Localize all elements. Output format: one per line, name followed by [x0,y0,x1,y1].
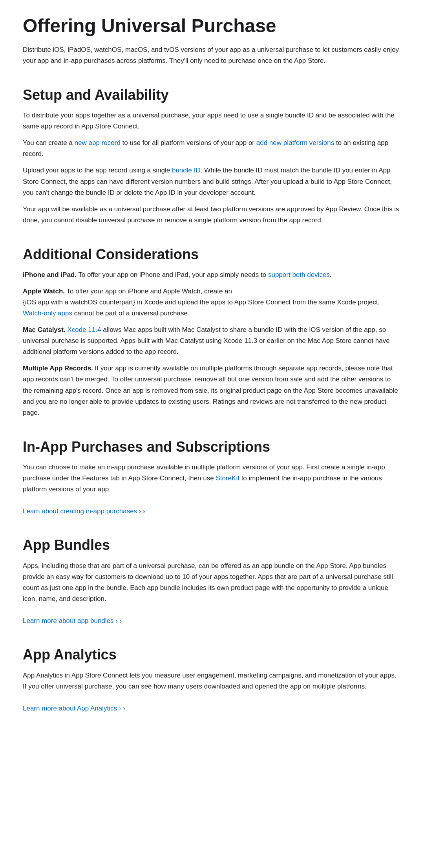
item-bold-label-1: Apple Watch. [23,288,65,295]
item-bold-label-2: Mac Catalyst. [23,326,66,333]
section-link-analytics[interactable]: Learn more about App Analytics › [23,703,125,714]
paragraph-setup-1: You can create a new app record to use f… [23,137,401,159]
section-title-setup: Setup and Availability [23,87,401,103]
paragraph-bundles-0: Apps, including those that are part of a… [23,560,401,604]
consideration-item-1: Apple Watch. To offer your app on iPhone… [23,286,401,319]
inline-link[interactable]: StoreKit [216,474,239,482]
section-title-bundles: App Bundles [23,537,401,553]
paragraph-inapp-0: You can choose to make an in-app purchas… [23,462,401,495]
section-title-additional: Additional Considerations [23,246,401,262]
sections-container: Setup and AvailabilityTo distribute your… [23,87,401,714]
paragraph-setup-0: To distribute your apps together as a un… [23,110,401,132]
inline-link[interactable]: new app record [75,139,121,146]
section-title-analytics: App Analytics [23,646,401,663]
paragraph-setup-2: Upload your apps to the app record using… [23,165,401,198]
inline-link[interactable]: support both devices [268,271,330,278]
inline-link[interactable]: add new platform versions [256,139,334,146]
inline-link[interactable]: bundle ID [172,167,201,174]
consideration-item-2: Mac Catalyst. Xcode 11.4 allows Mac apps… [23,324,401,357]
consideration-item-0: iPhone and iPad. To offer your app on iP… [23,269,401,280]
paragraph-setup-3: Your app will be available as a universa… [23,204,401,226]
item-bold-label-3: Multiple App Records. [23,364,93,372]
section-title-inapp: In-App Purchases and Subscriptions [23,439,401,455]
item-bold-label-0: iPhone and iPad. [23,271,77,278]
inline-link[interactable]: Xcode 11.4 [67,326,101,333]
section-link-bundles[interactable]: Learn more about app bundles › [23,615,122,626]
page-title: Offering Universal Purchase [23,16,401,37]
paragraph-analytics-0: App Analytics in App Store Connect lets … [23,670,401,692]
inline-link[interactable]: Watch-only apps [23,309,72,317]
consideration-item-3: Multiple App Records. If your app is cur… [23,363,401,418]
intro-paragraph: Distribute iOS, iPadOS, watchOS, macOS, … [23,44,401,66]
section-link-inapp[interactable]: Learn about creating in-app purchases › [23,506,145,516]
